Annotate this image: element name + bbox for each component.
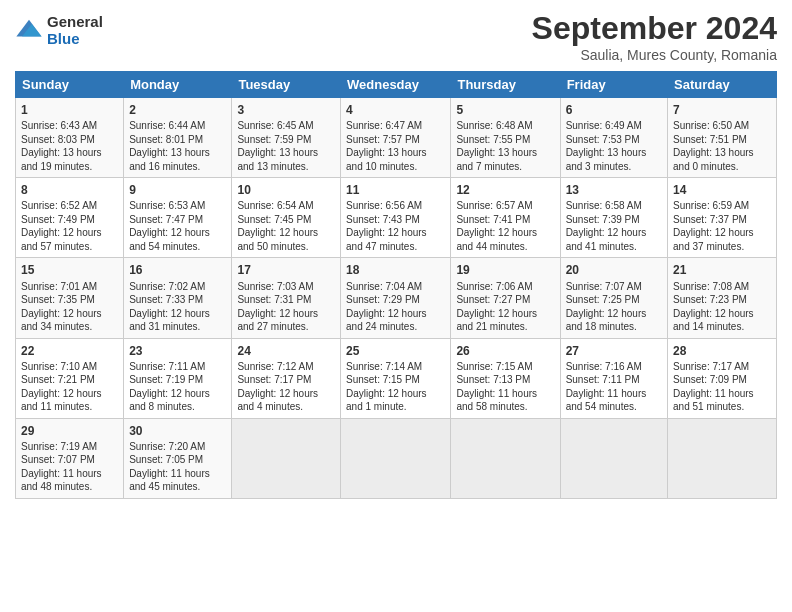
page: General Blue September 2024 Saulia, Mure…: [0, 0, 792, 612]
day-number: 29: [21, 423, 118, 439]
day-cell-empty: [668, 418, 777, 498]
week-row-2: 8Sunrise: 6:52 AMSunset: 7:49 PMDaylight…: [16, 178, 777, 258]
day-cell-3: 3Sunrise: 6:45 AMSunset: 7:59 PMDaylight…: [232, 98, 341, 178]
logo-icon: [15, 17, 43, 45]
month-title: September 2024: [532, 10, 777, 47]
day-number: 20: [566, 262, 662, 278]
day-number: 18: [346, 262, 445, 278]
day-cell-26: 26Sunrise: 7:15 AMSunset: 7:13 PMDayligh…: [451, 338, 560, 418]
logo: General Blue: [15, 14, 103, 47]
day-cell-4: 4Sunrise: 6:47 AMSunset: 7:57 PMDaylight…: [341, 98, 451, 178]
day-cell-17: 17Sunrise: 7:03 AMSunset: 7:31 PMDayligh…: [232, 258, 341, 338]
header: General Blue September 2024 Saulia, Mure…: [15, 10, 777, 63]
day-cell-10: 10Sunrise: 6:54 AMSunset: 7:45 PMDayligh…: [232, 178, 341, 258]
day-number: 19: [456, 262, 554, 278]
day-cell-empty: [341, 418, 451, 498]
day-cell-25: 25Sunrise: 7:14 AMSunset: 7:15 PMDayligh…: [341, 338, 451, 418]
day-number: 28: [673, 343, 771, 359]
day-cell-1: 1Sunrise: 6:43 AMSunset: 8:03 PMDaylight…: [16, 98, 124, 178]
day-cell-empty: [232, 418, 341, 498]
day-number: 2: [129, 102, 226, 118]
day-number: 26: [456, 343, 554, 359]
week-row-5: 29Sunrise: 7:19 AMSunset: 7:07 PMDayligh…: [16, 418, 777, 498]
day-header-thursday: Thursday: [451, 72, 560, 98]
day-cell-21: 21Sunrise: 7:08 AMSunset: 7:23 PMDayligh…: [668, 258, 777, 338]
day-number: 8: [21, 182, 118, 198]
day-cell-18: 18Sunrise: 7:04 AMSunset: 7:29 PMDayligh…: [341, 258, 451, 338]
day-number: 24: [237, 343, 335, 359]
day-number: 5: [456, 102, 554, 118]
day-cell-13: 13Sunrise: 6:58 AMSunset: 7:39 PMDayligh…: [560, 178, 667, 258]
day-cell-12: 12Sunrise: 6:57 AMSunset: 7:41 PMDayligh…: [451, 178, 560, 258]
title-block: September 2024 Saulia, Mures County, Rom…: [532, 10, 777, 63]
logo-text: General Blue: [47, 14, 103, 47]
day-number: 14: [673, 182, 771, 198]
day-number: 23: [129, 343, 226, 359]
day-cell-23: 23Sunrise: 7:11 AMSunset: 7:19 PMDayligh…: [124, 338, 232, 418]
day-cell-30: 30Sunrise: 7:20 AMSunset: 7:05 PMDayligh…: [124, 418, 232, 498]
day-cell-19: 19Sunrise: 7:06 AMSunset: 7:27 PMDayligh…: [451, 258, 560, 338]
day-cell-22: 22Sunrise: 7:10 AMSunset: 7:21 PMDayligh…: [16, 338, 124, 418]
day-number: 13: [566, 182, 662, 198]
day-cell-11: 11Sunrise: 6:56 AMSunset: 7:43 PMDayligh…: [341, 178, 451, 258]
day-cell-8: 8Sunrise: 6:52 AMSunset: 7:49 PMDaylight…: [16, 178, 124, 258]
day-number: 12: [456, 182, 554, 198]
day-number: 9: [129, 182, 226, 198]
calendar-table: SundayMondayTuesdayWednesdayThursdayFrid…: [15, 71, 777, 499]
day-number: 16: [129, 262, 226, 278]
location: Saulia, Mures County, Romania: [532, 47, 777, 63]
day-number: 11: [346, 182, 445, 198]
day-number: 22: [21, 343, 118, 359]
days-header-row: SundayMondayTuesdayWednesdayThursdayFrid…: [16, 72, 777, 98]
day-number: 15: [21, 262, 118, 278]
day-cell-empty: [560, 418, 667, 498]
day-number: 10: [237, 182, 335, 198]
day-cell-15: 15Sunrise: 7:01 AMSunset: 7:35 PMDayligh…: [16, 258, 124, 338]
day-number: 7: [673, 102, 771, 118]
day-cell-20: 20Sunrise: 7:07 AMSunset: 7:25 PMDayligh…: [560, 258, 667, 338]
day-cell-14: 14Sunrise: 6:59 AMSunset: 7:37 PMDayligh…: [668, 178, 777, 258]
day-number: 17: [237, 262, 335, 278]
day-header-monday: Monday: [124, 72, 232, 98]
day-cell-empty: [451, 418, 560, 498]
day-cell-16: 16Sunrise: 7:02 AMSunset: 7:33 PMDayligh…: [124, 258, 232, 338]
day-number: 27: [566, 343, 662, 359]
day-cell-24: 24Sunrise: 7:12 AMSunset: 7:17 PMDayligh…: [232, 338, 341, 418]
day-cell-6: 6Sunrise: 6:49 AMSunset: 7:53 PMDaylight…: [560, 98, 667, 178]
day-cell-2: 2Sunrise: 6:44 AMSunset: 8:01 PMDaylight…: [124, 98, 232, 178]
day-number: 25: [346, 343, 445, 359]
week-row-3: 15Sunrise: 7:01 AMSunset: 7:35 PMDayligh…: [16, 258, 777, 338]
day-number: 30: [129, 423, 226, 439]
day-cell-7: 7Sunrise: 6:50 AMSunset: 7:51 PMDaylight…: [668, 98, 777, 178]
day-cell-9: 9Sunrise: 6:53 AMSunset: 7:47 PMDaylight…: [124, 178, 232, 258]
day-number: 21: [673, 262, 771, 278]
logo-blue: Blue: [47, 31, 103, 48]
day-number: 4: [346, 102, 445, 118]
week-row-4: 22Sunrise: 7:10 AMSunset: 7:21 PMDayligh…: [16, 338, 777, 418]
day-header-saturday: Saturday: [668, 72, 777, 98]
week-row-1: 1Sunrise: 6:43 AMSunset: 8:03 PMDaylight…: [16, 98, 777, 178]
logo-general: General: [47, 14, 103, 31]
day-number: 1: [21, 102, 118, 118]
day-header-friday: Friday: [560, 72, 667, 98]
day-cell-29: 29Sunrise: 7:19 AMSunset: 7:07 PMDayligh…: [16, 418, 124, 498]
day-cell-5: 5Sunrise: 6:48 AMSunset: 7:55 PMDaylight…: [451, 98, 560, 178]
day-number: 6: [566, 102, 662, 118]
day-header-wednesday: Wednesday: [341, 72, 451, 98]
day-number: 3: [237, 102, 335, 118]
day-header-tuesday: Tuesday: [232, 72, 341, 98]
day-header-sunday: Sunday: [16, 72, 124, 98]
day-cell-28: 28Sunrise: 7:17 AMSunset: 7:09 PMDayligh…: [668, 338, 777, 418]
day-cell-27: 27Sunrise: 7:16 AMSunset: 7:11 PMDayligh…: [560, 338, 667, 418]
